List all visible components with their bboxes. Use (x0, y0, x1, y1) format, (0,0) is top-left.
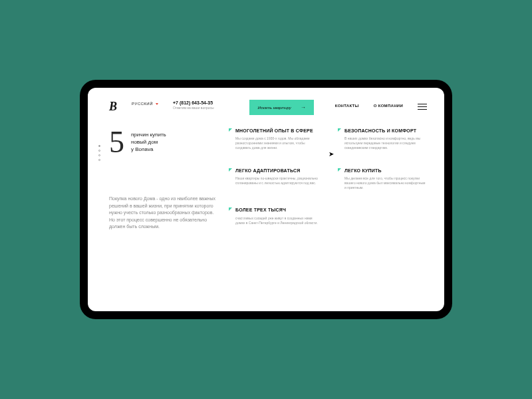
cta-label: Искать квартиру (257, 106, 291, 110)
nav-contacts[interactable]: КОНТАКТЫ (335, 104, 359, 108)
logo[interactable]: B (109, 100, 117, 114)
phone-number[interactable]: +7 (812) 643-54-35 (173, 100, 214, 105)
headline-text: причин купить новый дом у Bonava (131, 128, 166, 156)
card-title: ЛЕГКО КУПИТЬ (344, 168, 427, 174)
screen: B РУССКИЙ +7 (812) 643-54-35 Ответим на … (88, 88, 444, 311)
cards-grid: МНОГОЛЕТНИЙ ОПЫТ В СФЕРЕ Мы создаем дома… (229, 128, 427, 231)
left-column: 5 причин купить новый дом у Bonava Покуп… (109, 128, 215, 231)
card-body: Наши квартиры по-шведски практичны, раци… (235, 176, 318, 186)
main-content: 5 причин купить новый дом у Bonava Покуп… (109, 128, 427, 231)
phone-subtitle: Ответим на ваши вопросы (173, 106, 214, 110)
card-body: Мы делаем все для того, чтобы процесс по… (344, 176, 427, 190)
page-indicator[interactable] (98, 145, 100, 161)
card-title: БЕЗОПАСНОСТЬ И КОМФОРТ (344, 128, 427, 134)
nav-about[interactable]: О КОМПАНИИ (374, 104, 403, 108)
header: B РУССКИЙ +7 (812) 643-54-35 Ответим на … (109, 100, 427, 115)
card-experience: МНОГОЛЕТНИЙ ОПЫТ В СФЕРЕ Мы создаем дома… (229, 128, 318, 156)
tablet-frame: B РУССКИЙ +7 (812) 643-54-35 Ответим на … (80, 80, 452, 319)
card-title: МНОГОЛЕТНИЙ ОПЫТ В СФЕРЕ (235, 128, 318, 134)
card-body: Мы создаем дома с 1930-х годов. Мы облад… (235, 136, 318, 150)
intro-text: Покупка нового Дома - одно из наиболее в… (109, 196, 215, 231)
card-safety: БЕЗОПАСНОСТЬ И КОМФОРТ В наших домах без… (338, 128, 427, 156)
card-title: ЛЕГКО АДАПТИРОВАТЬСЯ (235, 168, 318, 174)
card-body: счастливых соседей уже живут в созданных… (235, 216, 318, 225)
hamburger-menu-icon[interactable] (418, 104, 427, 112)
card-buy: ЛЕГКО КУПИТЬ Мы делаем все для того, что… (338, 168, 427, 196)
arrow-right-icon: → (301, 104, 306, 110)
card-title: БОЛЕЕ ТРЕХ ТЫСЯЧ (235, 207, 318, 213)
headline-number: 5 (109, 128, 124, 156)
language-switcher[interactable]: РУССКИЙ (132, 102, 158, 106)
card-body: В наших домах безопасно и комфортно, вед… (344, 136, 427, 150)
search-apartment-button[interactable]: Искать квартиру → (249, 100, 313, 115)
headline: 5 причин купить новый дом у Bonava (109, 128, 215, 156)
phone-block: +7 (812) 643-54-35 Ответим на ваши вопро… (173, 100, 214, 110)
card-thousands: БОЛЕЕ ТРЕХ ТЫСЯЧ счастливых соседей уже … (229, 207, 318, 231)
card-adapt: ЛЕГКО АДАПТИРОВАТЬСЯ Наши квартиры по-шв… (229, 168, 318, 196)
